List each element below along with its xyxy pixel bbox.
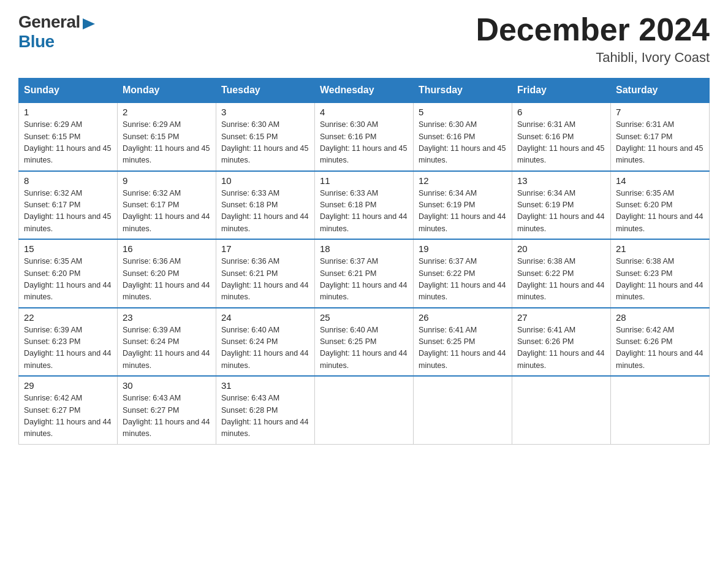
calendar-day-header: Monday bbox=[118, 79, 216, 103]
calendar-week-row: 29 Sunrise: 6:42 AM Sunset: 6:27 PM Dayl… bbox=[19, 376, 710, 444]
day-number: 16 bbox=[123, 243, 211, 254]
day-number: 10 bbox=[221, 175, 309, 186]
calendar-cell bbox=[414, 376, 512, 444]
day-number: 24 bbox=[221, 312, 309, 323]
day-info: Sunrise: 6:41 AM Sunset: 6:26 PM Dayligh… bbox=[517, 324, 605, 372]
calendar-day-header: Saturday bbox=[611, 79, 710, 103]
logo-general: General bbox=[18, 12, 80, 32]
day-number: 17 bbox=[221, 243, 309, 254]
day-info: Sunrise: 6:38 AM Sunset: 6:22 PM Dayligh… bbox=[517, 256, 605, 304]
day-number: 26 bbox=[419, 312, 507, 323]
day-info: Sunrise: 6:41 AM Sunset: 6:25 PM Dayligh… bbox=[419, 324, 507, 372]
day-info: Sunrise: 6:37 AM Sunset: 6:22 PM Dayligh… bbox=[419, 256, 507, 304]
calendar-cell: 9 Sunrise: 6:32 AM Sunset: 6:17 PM Dayli… bbox=[118, 171, 216, 240]
calendar-cell: 15 Sunrise: 6:35 AM Sunset: 6:20 PM Dayl… bbox=[19, 239, 118, 308]
title-block: December 2024 Tahibli, Ivory Coast bbox=[476, 12, 710, 66]
calendar-cell: 8 Sunrise: 6:32 AM Sunset: 6:17 PM Dayli… bbox=[19, 171, 118, 240]
day-info: Sunrise: 6:37 AM Sunset: 6:21 PM Dayligh… bbox=[320, 256, 408, 304]
day-info: Sunrise: 6:42 AM Sunset: 6:26 PM Dayligh… bbox=[616, 324, 704, 372]
day-info: Sunrise: 6:36 AM Sunset: 6:20 PM Dayligh… bbox=[123, 256, 211, 304]
day-number: 19 bbox=[419, 243, 507, 254]
day-number: 6 bbox=[517, 107, 605, 117]
day-info: Sunrise: 6:40 AM Sunset: 6:24 PM Dayligh… bbox=[221, 324, 309, 372]
day-info: Sunrise: 6:36 AM Sunset: 6:21 PM Dayligh… bbox=[221, 256, 309, 304]
calendar-header-row: SundayMondayTuesdayWednesdayThursdayFrid… bbox=[19, 79, 710, 103]
logo: General Blue bbox=[18, 12, 96, 52]
logo-triangle-icon bbox=[83, 17, 96, 31]
day-number: 5 bbox=[419, 107, 507, 117]
calendar-cell: 23 Sunrise: 6:39 AM Sunset: 6:24 PM Dayl… bbox=[118, 308, 216, 377]
calendar-cell: 11 Sunrise: 6:33 AM Sunset: 6:18 PM Dayl… bbox=[315, 171, 414, 240]
logo-blue: Blue bbox=[18, 32, 55, 51]
day-info: Sunrise: 6:35 AM Sunset: 6:20 PM Dayligh… bbox=[24, 256, 112, 304]
calendar-cell: 6 Sunrise: 6:31 AM Sunset: 6:16 PM Dayli… bbox=[512, 102, 611, 171]
day-number: 3 bbox=[221, 107, 309, 117]
day-info: Sunrise: 6:39 AM Sunset: 6:24 PM Dayligh… bbox=[123, 324, 211, 372]
day-number: 18 bbox=[320, 243, 408, 254]
day-number: 30 bbox=[123, 380, 211, 391]
day-number: 22 bbox=[24, 312, 112, 323]
day-number: 28 bbox=[616, 312, 704, 323]
calendar-week-row: 22 Sunrise: 6:39 AM Sunset: 6:23 PM Dayl… bbox=[19, 308, 710, 377]
calendar-cell: 3 Sunrise: 6:30 AM Sunset: 6:15 PM Dayli… bbox=[216, 102, 315, 171]
calendar-cell: 28 Sunrise: 6:42 AM Sunset: 6:26 PM Dayl… bbox=[611, 308, 710, 377]
day-number: 2 bbox=[123, 107, 211, 117]
day-number: 14 bbox=[616, 175, 704, 186]
svg-marker-0 bbox=[83, 18, 95, 29]
day-number: 25 bbox=[320, 312, 408, 323]
day-info: Sunrise: 6:31 AM Sunset: 6:17 PM Dayligh… bbox=[616, 119, 704, 167]
calendar-cell bbox=[611, 376, 710, 444]
calendar-cell: 22 Sunrise: 6:39 AM Sunset: 6:23 PM Dayl… bbox=[19, 308, 118, 377]
calendar-cell: 30 Sunrise: 6:43 AM Sunset: 6:27 PM Dayl… bbox=[118, 376, 216, 444]
day-number: 4 bbox=[320, 107, 408, 117]
calendar-cell: 1 Sunrise: 6:29 AM Sunset: 6:15 PM Dayli… bbox=[19, 102, 118, 171]
calendar-cell bbox=[512, 376, 611, 444]
day-number: 15 bbox=[24, 243, 112, 254]
calendar-cell: 4 Sunrise: 6:30 AM Sunset: 6:16 PM Dayli… bbox=[315, 102, 414, 171]
day-info: Sunrise: 6:30 AM Sunset: 6:16 PM Dayligh… bbox=[419, 119, 507, 167]
day-info: Sunrise: 6:29 AM Sunset: 6:15 PM Dayligh… bbox=[123, 119, 211, 167]
calendar-table: SundayMondayTuesdayWednesdayThursdayFrid… bbox=[18, 78, 710, 445]
day-info: Sunrise: 6:33 AM Sunset: 6:18 PM Dayligh… bbox=[221, 188, 309, 236]
day-number: 8 bbox=[24, 175, 112, 186]
calendar-cell: 31 Sunrise: 6:43 AM Sunset: 6:28 PM Dayl… bbox=[216, 376, 315, 444]
day-info: Sunrise: 6:42 AM Sunset: 6:27 PM Dayligh… bbox=[24, 393, 112, 440]
calendar-week-row: 15 Sunrise: 6:35 AM Sunset: 6:20 PM Dayl… bbox=[19, 239, 710, 308]
day-info: Sunrise: 6:31 AM Sunset: 6:16 PM Dayligh… bbox=[517, 119, 605, 167]
day-number: 23 bbox=[123, 312, 211, 323]
calendar-cell: 14 Sunrise: 6:35 AM Sunset: 6:20 PM Dayl… bbox=[611, 171, 710, 240]
day-number: 21 bbox=[616, 243, 704, 254]
day-number: 27 bbox=[517, 312, 605, 323]
day-number: 1 bbox=[24, 107, 112, 117]
day-info: Sunrise: 6:35 AM Sunset: 6:20 PM Dayligh… bbox=[616, 188, 704, 236]
calendar-day-header: Tuesday bbox=[216, 79, 315, 103]
calendar-cell: 17 Sunrise: 6:36 AM Sunset: 6:21 PM Dayl… bbox=[216, 239, 315, 308]
day-info: Sunrise: 6:30 AM Sunset: 6:16 PM Dayligh… bbox=[320, 119, 408, 167]
day-info: Sunrise: 6:43 AM Sunset: 6:27 PM Dayligh… bbox=[123, 393, 211, 440]
calendar-week-row: 1 Sunrise: 6:29 AM Sunset: 6:15 PM Dayli… bbox=[19, 102, 710, 171]
calendar-cell: 5 Sunrise: 6:30 AM Sunset: 6:16 PM Dayli… bbox=[414, 102, 512, 171]
day-number: 11 bbox=[320, 175, 408, 186]
day-number: 9 bbox=[123, 175, 211, 186]
day-info: Sunrise: 6:29 AM Sunset: 6:15 PM Dayligh… bbox=[24, 119, 112, 167]
calendar-day-header: Sunday bbox=[19, 79, 118, 103]
calendar-cell bbox=[315, 376, 414, 444]
calendar-cell: 13 Sunrise: 6:34 AM Sunset: 6:19 PM Dayl… bbox=[512, 171, 611, 240]
calendar-cell: 29 Sunrise: 6:42 AM Sunset: 6:27 PM Dayl… bbox=[19, 376, 118, 444]
calendar-day-header: Thursday bbox=[414, 79, 512, 103]
day-number: 31 bbox=[221, 380, 309, 391]
calendar-cell: 12 Sunrise: 6:34 AM Sunset: 6:19 PM Dayl… bbox=[414, 171, 512, 240]
day-info: Sunrise: 6:33 AM Sunset: 6:18 PM Dayligh… bbox=[320, 188, 408, 236]
calendar-cell: 2 Sunrise: 6:29 AM Sunset: 6:15 PM Dayli… bbox=[118, 102, 216, 171]
day-number: 7 bbox=[616, 107, 704, 117]
day-info: Sunrise: 6:43 AM Sunset: 6:28 PM Dayligh… bbox=[221, 393, 309, 440]
day-number: 12 bbox=[419, 175, 507, 186]
day-info: Sunrise: 6:30 AM Sunset: 6:15 PM Dayligh… bbox=[221, 119, 309, 167]
calendar-cell: 10 Sunrise: 6:33 AM Sunset: 6:18 PM Dayl… bbox=[216, 171, 315, 240]
page-header: General Blue December 2024 Tahibli, Ivor… bbox=[18, 12, 710, 66]
calendar-cell: 16 Sunrise: 6:36 AM Sunset: 6:20 PM Dayl… bbox=[118, 239, 216, 308]
day-info: Sunrise: 6:34 AM Sunset: 6:19 PM Dayligh… bbox=[419, 188, 507, 236]
day-number: 13 bbox=[517, 175, 605, 186]
day-info: Sunrise: 6:39 AM Sunset: 6:23 PM Dayligh… bbox=[24, 324, 112, 372]
day-info: Sunrise: 6:38 AM Sunset: 6:23 PM Dayligh… bbox=[616, 256, 704, 304]
